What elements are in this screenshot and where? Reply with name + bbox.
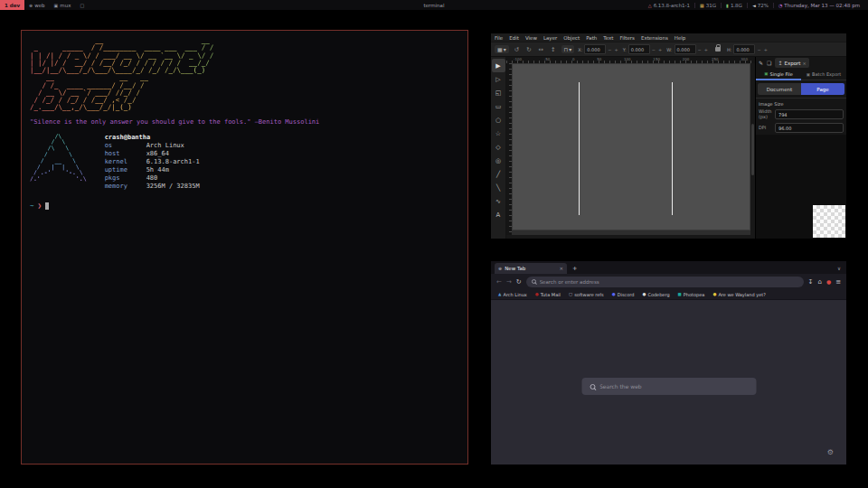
shape-builder-tool[interactable]: ◱	[492, 86, 505, 99]
pencil-icon[interactable]: ✎	[759, 60, 763, 66]
drawn-stroke[interactable]	[579, 82, 580, 214]
menu-object[interactable]: Object	[563, 35, 580, 41]
menu-filters[interactable]: Filters	[619, 35, 635, 41]
pen-tool[interactable]: ╲	[492, 181, 505, 194]
page-button[interactable]: Page	[801, 83, 844, 95]
ellipse-tool[interactable]: ○	[492, 113, 505, 127]
bookmark-are-we-wayland-yet[interactable]: ●Are we Wayland yet?	[712, 292, 765, 297]
y-input[interactable]: 0.000	[628, 44, 650, 54]
box-3d-tool[interactable]: ◇	[492, 140, 505, 154]
bookmark-folder-software-refs[interactable]: ▢software refs	[569, 292, 604, 297]
width-input[interactable]	[775, 109, 844, 119]
w-input[interactable]: 0.000	[675, 44, 696, 54]
chevron-down-icon: ▾	[504, 46, 506, 52]
bounding-box-dropdown[interactable]: ⊓ ▾	[561, 45, 575, 53]
workspace-dev[interactable]: 1 dev	[0, 0, 24, 10]
h-field: H: 0.000 − +	[727, 44, 769, 54]
menu-view[interactable]: View	[525, 35, 537, 41]
scrollbar-thumb[interactable]	[751, 124, 754, 175]
text-tool[interactable]: A	[492, 208, 505, 221]
canvas[interactable]	[512, 63, 750, 235]
home-icon[interactable]: ⌂	[817, 278, 821, 286]
tab-new-tab[interactable]: ⊕ New Tab ×	[495, 263, 567, 274]
menu-path[interactable]: Path	[586, 35, 597, 41]
forward-button[interactable]: →	[506, 278, 512, 286]
workspace-mux[interactable]: ▣ mux	[50, 0, 76, 10]
star-tool[interactable]: ☆	[492, 127, 505, 140]
menu-file[interactable]: File	[495, 35, 503, 41]
list-tabs-chevron-icon[interactable]: ∨	[837, 266, 843, 271]
tab-batch-export[interactable]: ▣ Batch Export	[801, 69, 846, 80]
plus-button[interactable]: +	[614, 47, 619, 52]
terminal-window[interactable]: __ __ _ _____ / /________ ____ ___ ___ /…	[21, 30, 468, 465]
width-field-row: Width (px)	[756, 108, 846, 121]
download-icon[interactable]: ↧	[808, 278, 814, 286]
back-button[interactable]: ←	[496, 278, 502, 286]
plus-button[interactable]: +	[763, 47, 769, 52]
drawn-stroke[interactable]	[672, 82, 673, 214]
gear-icon[interactable]: ⚙	[827, 448, 834, 456]
web-search-input[interactable]	[599, 383, 748, 389]
lock-ratio-icon[interactable]	[715, 47, 721, 52]
document-button[interactable]: Document	[758, 83, 801, 95]
menu-layer[interactable]: Layer	[543, 35, 557, 41]
flip-vertical-icon[interactable]: ↕	[549, 46, 557, 53]
workspace-empty[interactable]: □	[75, 0, 89, 10]
menu-edit[interactable]: Edit	[509, 35, 519, 41]
menu-help[interactable]: Help	[675, 35, 686, 41]
url-bar[interactable]	[526, 277, 804, 287]
x-input[interactable]: 0.000	[584, 44, 606, 54]
volume-module[interactable]: ◄ 72%	[747, 3, 773, 8]
calligraphy-tool[interactable]: ∿	[492, 194, 505, 208]
folder-icon: ▢	[569, 292, 572, 296]
node-tool[interactable]: ▷	[492, 72, 505, 86]
minus-button[interactable]: −	[607, 47, 612, 52]
spiral-tool[interactable]: ◎	[492, 154, 505, 167]
speaker-icon: ◄	[752, 3, 756, 8]
bookmark-tuta-mail[interactable]: ●Tuta Mail	[535, 292, 561, 297]
selector-tool[interactable]: ▶	[492, 59, 505, 72]
flip-horizontal-icon[interactable]: ↔	[537, 46, 545, 53]
rotate-ccw-icon[interactable]: ↺	[513, 46, 521, 53]
horizontal-scrollbar[interactable]	[506, 235, 755, 239]
menu-icon[interactable]: ≡	[835, 278, 841, 286]
workspace-web[interactable]: ⊕ web	[24, 0, 50, 10]
plus-button[interactable]: +	[703, 47, 709, 52]
export-dock-tab[interactable]: ↥ Export ×	[775, 58, 808, 68]
shell-prompt[interactable]: ~ ❯	[30, 202, 459, 210]
menu-text[interactable]: Text	[603, 35, 613, 41]
extension-status-icon[interactable]: ●	[826, 278, 831, 285]
reload-button[interactable]: ↻	[516, 278, 522, 286]
rectangle-tool[interactable]: ▭	[492, 99, 505, 113]
layers-icon[interactable]: ❏	[767, 60, 771, 66]
minus-button[interactable]: −	[651, 47, 656, 52]
bookmark-codeberg[interactable]: ●Codeberg	[642, 292, 669, 297]
h-input[interactable]: 0.000	[733, 44, 755, 54]
selection-mode-dropdown[interactable]: ▦ ▾	[495, 45, 509, 53]
disk-icon: ▦	[700, 3, 704, 8]
tab-single-file[interactable]: ▣ Single File	[756, 69, 801, 80]
clock-icon: ◔	[778, 3, 782, 8]
ruler-label: 250	[712, 57, 719, 61]
bookmark-arch-linux[interactable]: ▲Arch Linux	[498, 292, 527, 297]
plus-button[interactable]: +	[657, 47, 663, 52]
arch-ascii-logo: /\ / \ /\ \ / \ / __ \ / | | \ / .-' '-.…	[30, 134, 87, 192]
y-field: Y: 0.000 − +	[623, 44, 663, 54]
y-label: Y:	[623, 47, 627, 52]
terminal-cursor	[45, 202, 49, 210]
close-icon[interactable]: ×	[802, 61, 806, 66]
menu-extensions[interactable]: Extensions	[641, 35, 668, 41]
minus-button[interactable]: −	[756, 47, 761, 52]
pencil-tool[interactable]: ╱	[492, 167, 505, 181]
status-modules: △ 6.13.8-arch1-1 ▦ 31G ▮ 1.8G ◄ 72% ◔ Th…	[644, 0, 864, 10]
minus-button[interactable]: −	[697, 47, 703, 52]
rotate-cw-icon[interactable]: ↻	[524, 46, 533, 53]
url-input[interactable]	[540, 279, 798, 285]
new-tab-button[interactable]: +	[572, 265, 577, 272]
bookmark-photopea[interactable]: ■Photopea	[678, 292, 705, 297]
close-tab-icon[interactable]: ×	[559, 266, 563, 271]
dpi-input[interactable]	[775, 123, 844, 133]
status-bar: 1 dev ⊕ web ▣ mux □ terminal △ 6.13.8-ar…	[0, 0, 868, 10]
web-search-bar[interactable]	[581, 378, 756, 395]
bookmark-discord[interactable]: ●Discord	[612, 292, 635, 297]
